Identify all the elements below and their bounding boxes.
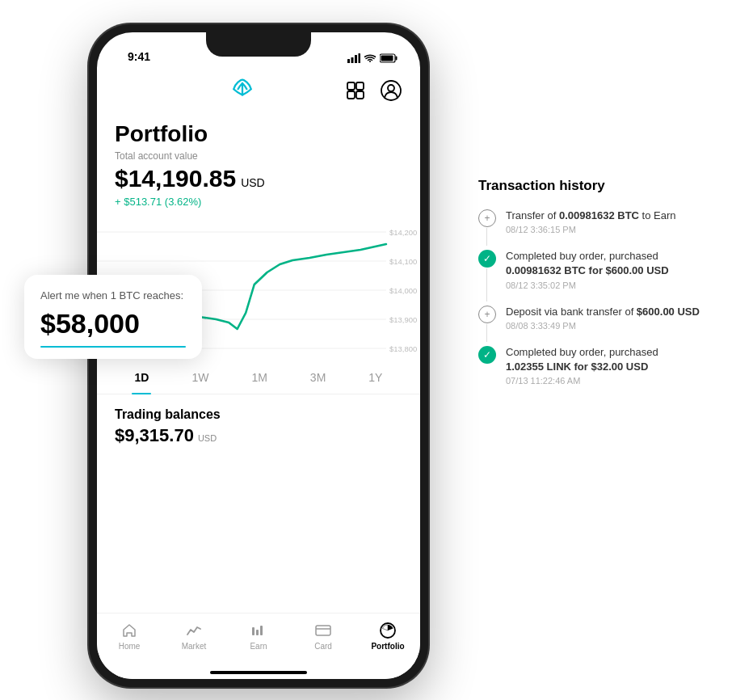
trading-value-row: $9,315.70 USD <box>115 425 402 446</box>
home-icon <box>120 622 138 639</box>
svg-rect-0 <box>347 59 350 63</box>
nav-icons <box>343 78 404 103</box>
status-icons <box>347 53 398 63</box>
tx-text-2: Completed buy order, purchased0.00981632… <box>506 249 729 278</box>
trading-section: Trading balances $9,315.70 USD <box>97 394 420 449</box>
svg-rect-10 <box>356 91 364 99</box>
nav-item-portfolio[interactable]: Portfolio <box>364 622 412 651</box>
nav-label-home: Home <box>119 642 141 651</box>
tx-date-3: 08/08 3:33:49 PM <box>506 321 729 331</box>
tx-icon-1: + <box>478 209 496 227</box>
nav-item-market[interactable]: Market <box>170 622 218 651</box>
svg-rect-23 <box>252 627 255 635</box>
portfolio-icon <box>379 622 397 639</box>
tab-1w[interactable]: 1W <box>185 368 215 387</box>
svg-rect-5 <box>396 57 398 61</box>
trading-value: $9,315.70 <box>115 425 194 446</box>
tx-item-1: + Transfer of 0.00981632 BTC to Earn 08/… <box>478 209 729 234</box>
alert-label: Alert me when 1 BTC reaches: <box>40 289 186 302</box>
tx-text-4: Completed buy order, purchased1.02355 LI… <box>506 345 729 374</box>
tx-content-4: Completed buy order, purchased1.02355 LI… <box>506 345 729 386</box>
market-icon <box>185 622 203 639</box>
svg-rect-9 <box>347 91 355 99</box>
trading-currency: USD <box>198 433 217 443</box>
earn-icon <box>250 622 267 639</box>
tx-content-1: Transfer of 0.00981632 BTC to Earn 08/12… <box>506 209 729 234</box>
nav-item-card[interactable]: Card <box>299 622 347 651</box>
scene: 9:41 <box>0 0 753 700</box>
wifi-icon <box>364 54 376 63</box>
nav-label-portfolio: Portfolio <box>371 642 404 651</box>
time-tabs: 1D 1W 1M 3M 1Y <box>97 361 420 394</box>
signal-icon <box>347 53 360 63</box>
profile-button[interactable] <box>378 78 404 103</box>
nav-item-home[interactable]: Home <box>105 622 154 651</box>
profile-icon <box>380 79 402 102</box>
svg-rect-27 <box>316 626 330 635</box>
nav-label-card: Card <box>314 642 332 651</box>
account-value: $14,190.85 <box>115 165 236 192</box>
svg-rect-25 <box>260 626 263 635</box>
portfolio-title: Portfolio <box>115 121 402 147</box>
svg-rect-7 <box>347 82 355 90</box>
svg-rect-6 <box>381 56 393 61</box>
tx-date-1: 08/12 3:36:15 PM <box>506 225 729 234</box>
svg-rect-8 <box>356 82 364 90</box>
alert-underline <box>40 346 186 348</box>
account-label: Total account value <box>115 150 402 162</box>
app-logo <box>228 76 257 105</box>
svg-rect-3 <box>359 53 361 63</box>
tx-icon-3: + <box>478 306 496 323</box>
alert-card: Alert me when 1 BTC reaches: $58,000 <box>24 275 202 359</box>
svg-rect-26 <box>264 624 265 625</box>
tx-content-3: Deposit via bank transfer of $600.00 USD… <box>506 305 729 331</box>
tx-item-3: + Deposit via bank transfer of $600.00 U… <box>478 305 729 331</box>
svg-text:$14,100: $14,100 <box>389 258 417 266</box>
tx-text-3: Deposit via bank transfer of $600.00 USD <box>506 305 729 319</box>
portfolio-section: Portfolio Total account value $14,190.85… <box>97 113 420 208</box>
svg-point-12 <box>388 85 394 91</box>
nav-label-earn: Earn <box>250 642 267 651</box>
svg-rect-1 <box>351 57 354 63</box>
svg-text:$14,200: $14,200 <box>389 229 417 237</box>
app-content: Portfolio Total account value $14,190.85… <box>97 68 420 679</box>
status-time: 9:41 <box>128 50 150 63</box>
tx-item-4: ✓ Completed buy order, purchased1.02355 … <box>478 345 729 386</box>
top-nav <box>97 68 420 113</box>
tx-date-4: 07/13 11:22:46 AM <box>506 376 729 386</box>
account-currency: USD <box>241 176 265 189</box>
tx-icon-2: ✓ <box>478 250 496 268</box>
home-indicator <box>210 671 307 674</box>
svg-text:$14,000: $14,000 <box>389 287 417 295</box>
tx-icon-4: ✓ <box>478 346 496 364</box>
svg-text:$13,800: $13,800 <box>389 345 417 353</box>
battery-icon <box>380 53 398 63</box>
layout-button[interactable] <box>343 78 368 103</box>
transaction-panel: Transaction history + Transfer of 0.0098… <box>478 178 729 400</box>
card-icon <box>314 622 332 639</box>
tx-item-2: ✓ Completed buy order, purchased0.009816… <box>478 249 729 289</box>
tab-1d[interactable]: 1D <box>128 368 156 387</box>
tx-title: Transaction history <box>478 178 729 194</box>
tx-list: + Transfer of 0.00981632 BTC to Earn 08/… <box>478 209 729 400</box>
tx-content-2: Completed buy order, purchased0.00981632… <box>506 249 729 289</box>
account-change: + $513.71 (3.62%) <box>115 196 402 208</box>
layout-icon <box>345 80 366 101</box>
bottom-nav: Home Market <box>97 613 420 679</box>
trading-title: Trading balances <box>115 407 402 422</box>
alert-value: $58,000 <box>40 308 186 339</box>
nav-item-earn[interactable]: Earn <box>234 622 283 651</box>
tx-date-2: 08/12 3:35:02 PM <box>506 280 729 290</box>
svg-text:$13,900: $13,900 <box>389 316 417 324</box>
svg-rect-24 <box>256 630 259 635</box>
tx-text-1: Transfer of 0.00981632 BTC to Earn <box>506 209 729 223</box>
phone-notch <box>206 32 311 57</box>
svg-rect-2 <box>355 55 357 63</box>
tab-1m[interactable]: 1M <box>245 368 273 387</box>
account-value-row: $14,190.85 USD <box>115 165 402 192</box>
nav-label-market: Market <box>182 642 207 651</box>
tab-1y[interactable]: 1Y <box>362 368 389 387</box>
tab-3m[interactable]: 3M <box>304 368 332 387</box>
